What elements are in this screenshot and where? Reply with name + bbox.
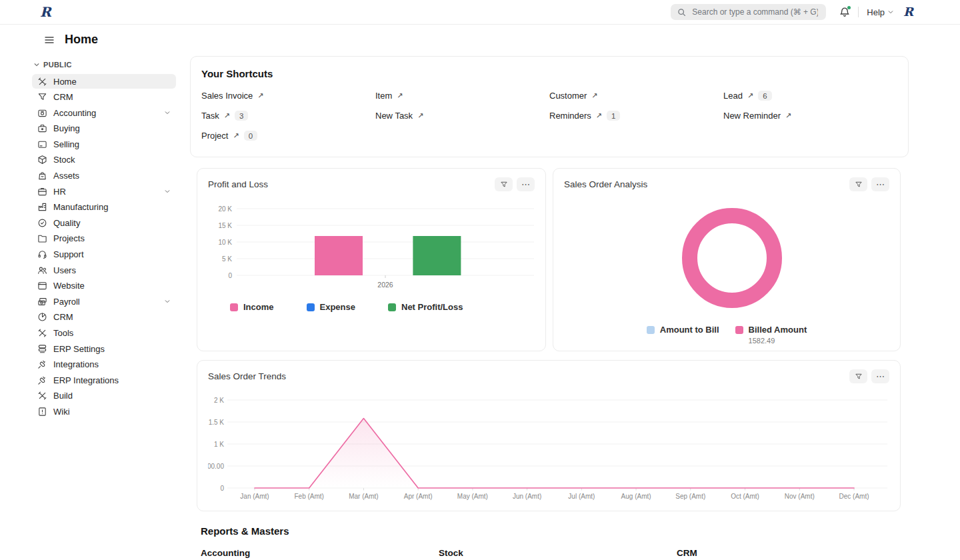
- legend-item-income: Income: [230, 302, 274, 312]
- headset-icon: [37, 249, 47, 259]
- shortcut-customer[interactable]: Customer↗: [549, 89, 723, 102]
- more-button[interactable]: ⋯: [517, 177, 535, 191]
- sidebar-item-tools[interactable]: Tools: [32, 326, 176, 341]
- svg-text:0: 0: [228, 272, 232, 279]
- banknotes-icon: [37, 297, 47, 307]
- app-logo[interactable]: R: [40, 5, 51, 19]
- sidebar-item-payroll[interactable]: Payroll: [32, 294, 176, 309]
- legend-swatch: [307, 303, 315, 311]
- filter-button[interactable]: [495, 177, 513, 191]
- sidebar-item-projects[interactable]: Projects: [32, 231, 176, 246]
- sidebar-item-erp-integrations[interactable]: ERP Integrations: [32, 373, 176, 387]
- sidebar-item-buying[interactable]: Buying: [32, 121, 176, 136]
- sidebar-item-stock[interactable]: Stock: [32, 153, 176, 167]
- sidebar-item-selling[interactable]: Selling: [32, 137, 176, 151]
- filter-icon: [855, 373, 863, 381]
- sidebar-item-build[interactable]: Build: [32, 389, 176, 403]
- search-icon: [677, 8, 686, 17]
- shortcut-label: New Reminder: [723, 111, 781, 121]
- svg-text:Sep (Amt): Sep (Amt): [675, 493, 705, 500]
- more-icon: ⋯: [876, 372, 885, 381]
- sidebar-item-label: Support: [53, 249, 171, 259]
- filter-button[interactable]: [849, 369, 867, 383]
- search-input[interactable]: [691, 7, 819, 17]
- svg-text:2 K: 2 K: [214, 397, 224, 404]
- page-title: Home: [65, 33, 98, 47]
- sidebar-item-quality[interactable]: Quality: [32, 215, 176, 230]
- svg-text:Apr (Amt): Apr (Amt): [404, 493, 433, 500]
- sidebar-item-wiki[interactable]: Wiki: [32, 404, 176, 419]
- sidebar-item-users[interactable]: Users: [32, 263, 176, 277]
- sidebar-section-public[interactable]: PUBLIC: [33, 61, 176, 69]
- shortcuts-title: Your Shortcuts: [201, 68, 897, 79]
- legend-label: Net Profit/Loss: [401, 302, 463, 312]
- sidebar-item-label: ERP Settings: [53, 344, 171, 354]
- sales-order-analysis-card: Sales Order Analysis ⋯ Amount to BillBil…: [553, 168, 901, 351]
- reports-column-crm: CRM: [677, 548, 915, 558]
- count-badge: 6: [758, 91, 771, 101]
- sales-order-trends-chart: 0500.001 K1.5 K2 KJan (Amt)Feb (Amt)Mar …: [208, 389, 889, 506]
- sales-order-trends-title: Sales Order Trends: [208, 371, 286, 381]
- profit-loss-chart: 05 K10 K15 K20 K2026: [208, 199, 535, 294]
- more-button[interactable]: ⋯: [871, 369, 889, 383]
- reports-masters-grid: AccountingStockCRM: [197, 548, 960, 558]
- shortcut-new-task[interactable]: New Task↗: [375, 109, 549, 122]
- arrow-up-right-icon: ↗: [596, 111, 602, 120]
- reports-column-stock: Stock: [439, 548, 677, 558]
- legend-label: Billed Amount: [749, 325, 807, 335]
- global-search[interactable]: [671, 4, 826, 20]
- sidebar-item-website[interactable]: Website: [32, 279, 176, 293]
- shortcut-label: Reminders: [549, 111, 591, 121]
- legend-swatch: [388, 303, 396, 311]
- sidebar-item-manufacturing[interactable]: Manufacturing: [32, 200, 176, 215]
- svg-text:5 K: 5 K: [222, 255, 232, 263]
- arrow-up-right-icon: ↗: [397, 91, 403, 100]
- sidebar-item-label: Wiki: [53, 407, 171, 417]
- shortcuts-grid: Sales Invoice↗Item↗Customer↗Lead↗6Task↗3…: [201, 89, 897, 142]
- legend-swatch: [647, 326, 655, 334]
- shortcut-project[interactable]: Project↗0: [201, 129, 375, 142]
- shortcut-reminders[interactable]: Reminders↗1: [549, 109, 723, 122]
- shortcut-label: Lead: [723, 91, 743, 101]
- arrow-up-right-icon: ↗: [257, 91, 263, 100]
- sidebar-item-accounting[interactable]: Accounting: [32, 105, 176, 120]
- sidebar-item-home[interactable]: Home: [32, 74, 176, 89]
- notifications-bell[interactable]: [839, 7, 850, 17]
- shortcuts-card: Your Shortcuts Sales Invoice↗Item↗Custom…: [190, 56, 909, 157]
- svg-text:Mar (Amt): Mar (Amt): [349, 493, 378, 500]
- sidebar-item-assets[interactable]: Assets: [32, 169, 176, 183]
- svg-text:1 K: 1 K: [214, 441, 224, 448]
- main-content: Your Shortcuts Sales Invoice↗Item↗Custom…: [190, 53, 960, 558]
- shortcut-new-reminder[interactable]: New Reminder↗: [723, 109, 897, 122]
- svg-text:0: 0: [220, 485, 224, 492]
- more-button[interactable]: ⋯: [871, 177, 889, 191]
- sidebar-item-hr[interactable]: HR: [32, 184, 176, 199]
- svg-text:Jun (Amt): Jun (Amt): [513, 493, 541, 500]
- user-avatar[interactable]: R: [903, 6, 913, 18]
- chevron-down-icon: [887, 9, 894, 15]
- shortcut-sales-invoice[interactable]: Sales Invoice↗: [201, 89, 375, 102]
- sidebar-item-crm[interactable]: CRM: [32, 310, 176, 325]
- filter-button[interactable]: [849, 177, 867, 191]
- sales-order-trends-card: Sales Order Trends ⋯ 0500.001 K1.5 K2 KJ…: [197, 360, 901, 511]
- sidebar-item-label: HR: [53, 187, 158, 197]
- stack-icon: [37, 344, 47, 354]
- sidebar-item-integrations[interactable]: Integrations: [32, 357, 176, 372]
- sidebar-item-erp-settings[interactable]: ERP Settings: [32, 341, 176, 356]
- sidebar-item-support[interactable]: Support: [32, 247, 176, 262]
- check-badge-icon: [37, 218, 47, 228]
- help-menu[interactable]: Help: [867, 7, 894, 17]
- sidebar-toggle-button[interactable]: [44, 35, 55, 45]
- shortcut-lead[interactable]: Lead↗6: [723, 89, 897, 102]
- sidebar-item-label: Buying: [53, 123, 171, 133]
- plug-icon: [37, 375, 47, 385]
- shortcut-item[interactable]: Item↗: [375, 89, 549, 102]
- sidebar-item-crm[interactable]: CRM: [32, 90, 176, 105]
- sidebar-item-label: Manufacturing: [53, 202, 171, 212]
- sidebar-item-label: Quality: [53, 218, 171, 228]
- top-navbar: R Help R: [0, 0, 960, 25]
- page-header: Home: [0, 25, 960, 53]
- shortcut-task[interactable]: Task↗3: [201, 109, 375, 122]
- billed-amount-value: 1582.49: [749, 337, 807, 345]
- sidebar-item-label: CRM: [53, 312, 171, 322]
